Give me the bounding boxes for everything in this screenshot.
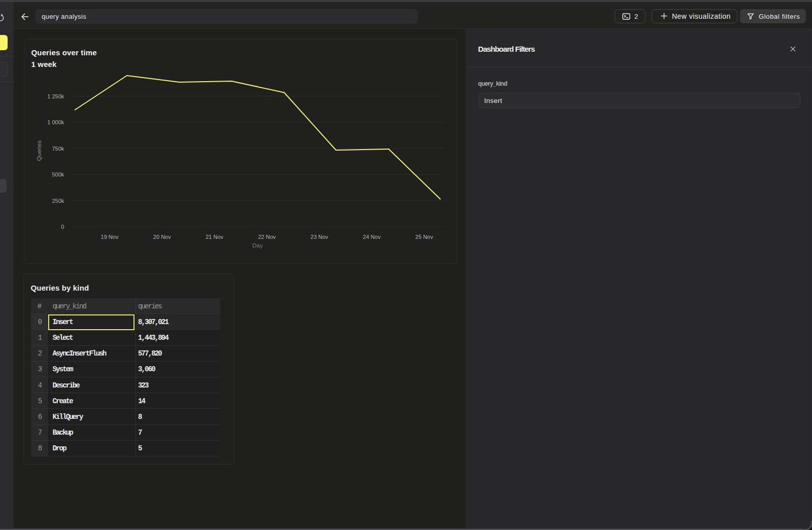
svg-text:1 000k: 1 000k [47,119,64,125]
svg-text:22 Nov: 22 Nov [258,234,276,240]
svg-text:0: 0 [61,224,64,230]
svg-text:Queries: Queries [36,140,42,161]
svg-text:250k: 250k [52,198,64,204]
svg-text:24 Nov: 24 Nov [363,234,381,240]
svg-text:20 Nov: 20 Nov [153,234,171,240]
svg-text:500k: 500k [52,171,64,178]
svg-text:Day: Day [252,242,263,249]
svg-text:19 Nov: 19 Nov [101,234,119,240]
svg-text:1 250k: 1 250k [47,93,64,99]
svg-text:21 Nov: 21 Nov [206,234,223,240]
svg-text:750k: 750k [52,146,64,152]
svg-text:23 Nov: 23 Nov [311,234,328,240]
svg-text:25 Nov: 25 Nov [415,234,433,240]
